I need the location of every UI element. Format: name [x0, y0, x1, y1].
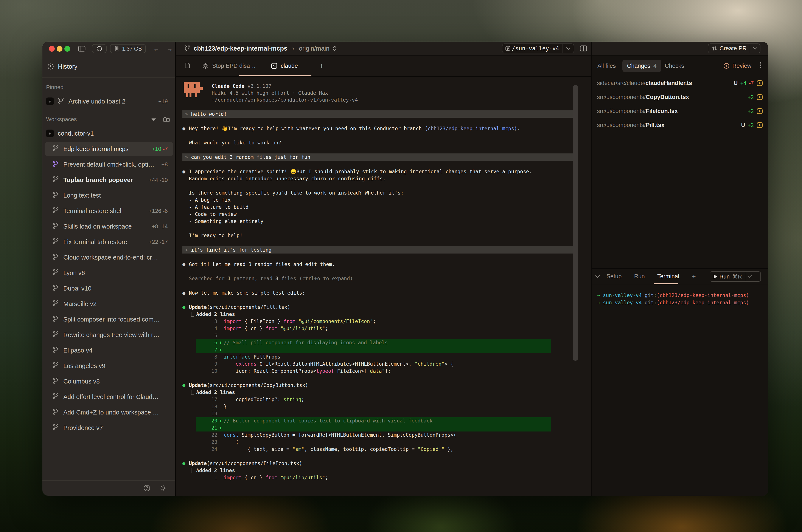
- review-label: Review: [732, 63, 751, 69]
- collapse-panel-chevron-icon[interactable]: [595, 273, 600, 280]
- workspace-item[interactable]: Add Cmd+Z to undo workspace …: [44, 405, 174, 419]
- file-update-header[interactable]: ●Update(src/ui/components/FileIcon.tsx): [182, 460, 574, 467]
- split-view-icon[interactable]: [580, 45, 587, 52]
- close-window-button[interactable]: [49, 46, 55, 52]
- tab-all-files[interactable]: All files: [597, 63, 616, 69]
- git-branch-icon: [53, 176, 59, 184]
- chevron-updown-icon[interactable]: [332, 45, 337, 52]
- diff-line: 20+// Button component that copies text …: [196, 417, 551, 424]
- file-diffstat: +2: [745, 108, 763, 114]
- changed-file-row[interactable]: src/ui/components/CopyButton.tsx+2: [591, 90, 768, 104]
- workspace-item[interactable]: Topbar branch popover+44 -10: [44, 173, 174, 187]
- review-button[interactable]: Review: [723, 63, 751, 69]
- workspace-item[interactable]: Columbus v8: [44, 375, 174, 388]
- remote-branch[interactable]: origin/main: [299, 45, 329, 52]
- nav-back-icon[interactable]: ←: [153, 45, 160, 52]
- workspace-item[interactable]: Providence v7: [44, 421, 174, 435]
- tab-changes[interactable]: Changes 4: [622, 60, 661, 72]
- user-message: >hello world!: [182, 110, 574, 118]
- diff-line: 22const SimpleCopyButton = forwardRef<HT…: [196, 432, 551, 439]
- workspace-icon: [505, 45, 511, 51]
- memory-usage-badge[interactable]: 1.37 GB: [110, 44, 146, 53]
- file-update-header[interactable]: ●Update(src/ui/components/CopyButton.tsx…: [182, 382, 574, 389]
- create-pr-button[interactable]: Create PR: [708, 43, 761, 53]
- workspace-item[interactable]: Add effort level control for Claud…: [44, 390, 174, 404]
- git-branch-icon: [53, 285, 59, 292]
- file-update-header[interactable]: ●Update(src/ui/components/Pill.tsx): [182, 304, 574, 311]
- workspace-item[interactable]: El paso v4: [44, 343, 174, 357]
- workspace-item[interactable]: Skills load on workspace+8 -14: [44, 220, 174, 233]
- workspace-item[interactable]: Marseille v2: [44, 297, 174, 311]
- workspace-item[interactable]: Terminal restore shell+126 -6: [44, 204, 174, 218]
- tab-stop-epd[interactable]: Stop EPD disa…: [202, 63, 256, 69]
- agent-model: Haiku 4.5 with high effort · Claude Max: [212, 90, 358, 96]
- workspace-item-title: Edp keep internal mcps: [63, 146, 148, 153]
- new-terminal-button[interactable]: +: [692, 272, 696, 280]
- app-window: 1.37 GB ← → cbh123/edp-keep-internal-mcp…: [42, 42, 768, 496]
- diff-line: 24 { text, size = "sm", className, toolt…: [196, 446, 551, 453]
- create-pr-chevron-icon[interactable]: [750, 44, 760, 53]
- titlebar-center: cbh123/edp-keep-internal-mcps › origin/m…: [176, 42, 591, 56]
- workspace-item-diffstat: +8: [161, 161, 168, 168]
- workspace-item-title: Add Cmd+Z to undo workspace …: [63, 409, 168, 416]
- tab-claude[interactable]: claude: [271, 63, 298, 69]
- file-update-block: ●Update(src/ui/components/CopyButton.tsx…: [182, 382, 574, 453]
- workspace-item[interactable]: Split composer into focused com…: [44, 312, 174, 326]
- user-message: >can you edit 3 random files just for fu…: [182, 153, 574, 161]
- workspace-item[interactable]: Long text test: [44, 189, 174, 202]
- tab-terminal[interactable]: Terminal: [657, 273, 679, 280]
- sidebar-item-history[interactable]: History: [42, 56, 176, 78]
- workspace-item[interactable]: Cloud workspace end-to-end: cr…: [44, 250, 174, 264]
- claude-app-badge: [46, 130, 54, 137]
- changed-file-row[interactable]: src/ui/components/Pill.tsxU+2: [591, 118, 768, 132]
- tab-checks[interactable]: Checks: [665, 63, 684, 69]
- workspace-item[interactable]: Prevent default cmd+click, opti…+8: [44, 157, 174, 171]
- modified-file-icon: [757, 122, 763, 128]
- terminal-output[interactable]: → sun-valley-v4 git:(cbh123/edp-keep-int…: [591, 284, 768, 306]
- pinned-item-diffstat: +19: [158, 98, 168, 105]
- nav-forward-icon[interactable]: →: [166, 45, 173, 52]
- workspace-item[interactable]: Los angeles v9: [44, 359, 174, 373]
- tab-changes-label: Changes: [627, 63, 650, 69]
- filter-icon[interactable]: [150, 116, 157, 123]
- clock-icon: [47, 63, 54, 70]
- tab-setup[interactable]: Setup: [606, 273, 622, 280]
- workspace-chevron-icon[interactable]: [563, 44, 574, 53]
- tool-summary[interactable]: Searched for 1 pattern, read 3 files (ct…: [182, 275, 574, 282]
- settings-gear-icon[interactable]: [160, 484, 167, 492]
- workspace-selector[interactable]: /sun-valley-v4: [502, 43, 574, 53]
- git-branch-icon: [53, 300, 59, 308]
- workspace-item-title: Add effort level control for Claud…: [63, 394, 168, 400]
- modified-file-icon: [757, 94, 763, 100]
- new-workspace-folder-icon[interactable]: [163, 116, 170, 123]
- sidebar-toggle-icon[interactable]: [78, 45, 86, 52]
- file-diffstat: U+4-7: [731, 80, 763, 86]
- git-branch-icon: [53, 160, 59, 169]
- workspace-item[interactable]: Edp keep internal mcps+10 -7: [44, 142, 174, 156]
- repo-breadcrumb[interactable]: cbh123/edp-keep-internal-mcps: [194, 45, 287, 52]
- zoom-window-button[interactable]: [65, 46, 70, 52]
- changed-file-row[interactable]: src/ui/components/FileIcon.tsx+2: [591, 104, 768, 118]
- run-button[interactable]: Run ⌘R: [710, 271, 761, 282]
- more-options-icon[interactable]: [760, 61, 762, 70]
- project-row-conductor-v1[interactable]: conductor-v1: [44, 127, 174, 140]
- status-circle-button[interactable]: [92, 44, 107, 53]
- document-icon[interactable]: [184, 62, 190, 70]
- chat-scrollbar[interactable]: [573, 85, 578, 361]
- workspace-item[interactable]: Dubai v10: [44, 282, 174, 295]
- workspace-item[interactable]: Fix terminal tab restore+22 -17: [44, 235, 174, 249]
- workspace-item-title: Columbus v8: [63, 378, 168, 385]
- changed-file-row[interactable]: sidecar/src/claude/claudeHandler.tsU+4-7: [591, 76, 768, 90]
- workspace-item[interactable]: Lyon v6: [44, 266, 174, 280]
- tab-run[interactable]: Run: [634, 273, 645, 280]
- minimize-window-button[interactable]: [57, 46, 62, 52]
- new-tab-button[interactable]: +: [320, 62, 324, 70]
- run-options-chevron-icon[interactable]: [745, 272, 754, 281]
- pinned-item[interactable]: Archive undo toast 2 +19: [44, 94, 174, 108]
- workspace-item[interactable]: Rewrite changes tree view with r…: [44, 328, 174, 342]
- workspace-item-title: Long text test: [63, 192, 168, 199]
- help-icon[interactable]: [143, 484, 150, 492]
- branch-link[interactable]: (cbh123/edp-keep-internal-mcps): [425, 126, 517, 131]
- diff-line: 6+// Small pill component for displaying…: [196, 339, 551, 346]
- workspace-item-title: Fix terminal tab restore: [63, 239, 145, 246]
